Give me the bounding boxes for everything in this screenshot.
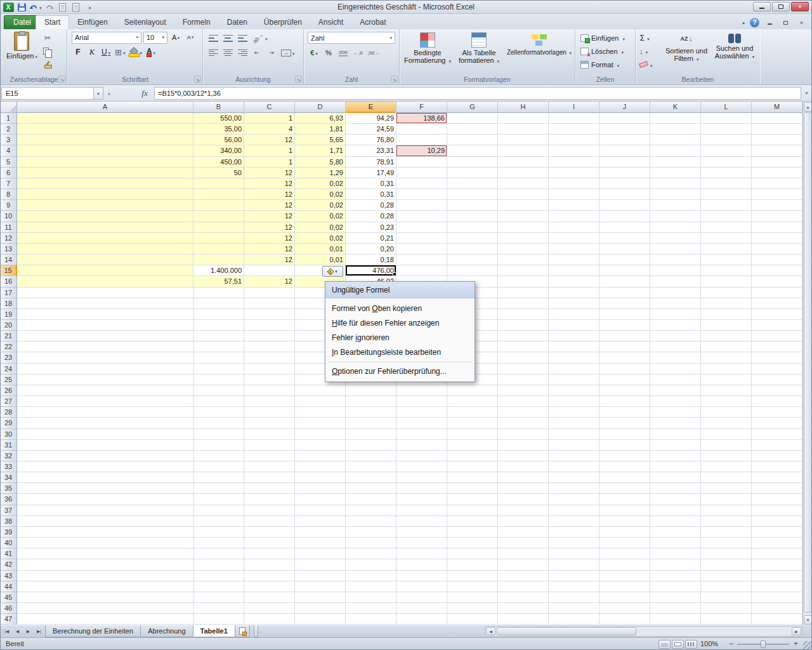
row-header-30[interactable]: 30 [0,429,17,440]
cell-H8[interactable] [498,189,549,200]
cell-K4[interactable] [650,145,701,156]
row-header-9[interactable]: 9 [0,200,17,211]
cell-K24[interactable] [650,364,701,375]
cell-M16[interactable] [752,276,802,287]
cell-J1[interactable] [599,113,650,124]
cell-J30[interactable] [599,429,650,440]
ribbon-tab-daten[interactable]: Daten [219,15,256,29]
column-header-E[interactable]: E [346,102,396,113]
row-header-43[interactable]: 43 [0,571,17,581]
cell-M27[interactable] [752,396,802,407]
cell-H47[interactable] [498,614,549,625]
cell-I15[interactable] [549,265,599,276]
cell-E45[interactable] [346,592,396,603]
row-header-17[interactable]: 17 [0,288,17,298]
cell-I10[interactable] [549,211,599,222]
cell-K10[interactable] [650,211,701,222]
cell-M36[interactable] [752,494,802,505]
format-as-table-button[interactable]: Als Tabelle formatieren [454,31,504,73]
cell-A41[interactable] [17,548,193,559]
row-header-10[interactable]: 10 [0,211,17,222]
cell-B33[interactable] [193,461,244,472]
cell-K43[interactable] [650,571,701,581]
cell-C34[interactable] [244,472,295,483]
cell-I2[interactable] [549,124,599,135]
cell-C24[interactable] [244,364,295,375]
cell-L37[interactable] [701,505,752,516]
cell-B23[interactable] [193,352,244,363]
cell-C36[interactable] [244,494,295,505]
row-header-12[interactable]: 12 [0,233,17,244]
cell-E2[interactable]: 24,59 [346,124,396,135]
cell-D8[interactable]: 0,02 [295,189,346,200]
cell-C42[interactable] [244,559,295,570]
cell-B37[interactable] [193,505,244,516]
orientation-button[interactable] [251,32,269,44]
cell-B35[interactable] [193,483,244,494]
cell-B34[interactable] [193,472,244,483]
cell-D14[interactable]: 0,01 [295,255,346,265]
cell-B6[interactable]: 50 [193,168,244,178]
cell-G44[interactable] [447,581,498,592]
normal-view-button[interactable] [658,640,671,649]
cell-I7[interactable] [549,178,599,189]
row-header-4[interactable]: 4 [0,145,17,156]
cell-I30[interactable] [549,429,599,440]
row-header-39[interactable]: 39 [0,527,17,538]
cell-K20[interactable] [650,320,701,331]
cell-A34[interactable] [17,472,193,483]
cell-H45[interactable] [498,592,549,603]
cell-F6[interactable] [396,168,447,178]
row-header-27[interactable]: 27 [0,396,17,407]
cell-F36[interactable] [396,494,447,505]
cell-F41[interactable] [396,548,447,559]
cell-J4[interactable] [599,145,650,156]
cell-D34[interactable] [295,472,346,483]
cell-J21[interactable] [599,331,650,342]
cell-L28[interactable] [701,407,752,418]
cell-G36[interactable] [447,494,498,505]
column-header-D[interactable]: D [295,102,346,113]
row-header-29[interactable]: 29 [0,418,17,428]
scroll-left-arrow[interactable] [486,627,495,635]
vertical-scroll-thumb[interactable] [804,112,812,613]
cell-B31[interactable] [193,440,244,451]
row-header-41[interactable]: 41 [0,548,17,559]
decrease-decimal-button[interactable]: ,00→ [366,46,381,59]
cell-L46[interactable] [701,603,752,614]
cell-C45[interactable] [244,592,295,603]
cell-C6[interactable]: 12 [244,168,295,178]
cell-M33[interactable] [752,461,802,472]
font-name-select[interactable]: Arial [72,32,141,44]
cell-D13[interactable]: 0,01 [295,244,346,255]
cell-B1[interactable]: 550,00 [193,113,244,124]
cell-L25[interactable] [701,375,752,385]
cell-L38[interactable] [701,516,752,527]
cell-C12[interactable]: 12 [244,233,295,244]
cell-H10[interactable] [498,211,549,222]
cell-L3[interactable] [701,135,752,145]
cell-A21[interactable] [17,331,193,342]
cell-D7[interactable]: 0,02 [295,178,346,189]
cell-L35[interactable] [701,483,752,494]
cell-A24[interactable] [17,364,193,375]
cell-L15[interactable] [701,265,752,276]
cell-B44[interactable] [193,581,244,592]
format-painter-button[interactable] [41,58,55,70]
cell-H46[interactable] [498,603,549,614]
cell-D1[interactable]: 6,93 [295,113,346,124]
format-cells-button[interactable]: Format [580,58,619,70]
underline-button[interactable]: U [100,46,112,58]
row-header-13[interactable]: 13 [0,244,17,255]
row-header-36[interactable]: 36 [0,494,17,505]
cell-F28[interactable] [396,407,447,418]
cell-H13[interactable] [498,244,549,255]
cell-L40[interactable] [701,538,752,548]
cell-M18[interactable] [752,298,802,309]
cell-D33[interactable] [295,461,346,472]
font-color-button[interactable]: A [145,46,157,58]
cell-G35[interactable] [447,483,498,494]
resize-grip[interactable] [803,641,811,649]
cell-M44[interactable] [752,581,802,592]
cell-D2[interactable]: 1,81 [295,124,346,135]
